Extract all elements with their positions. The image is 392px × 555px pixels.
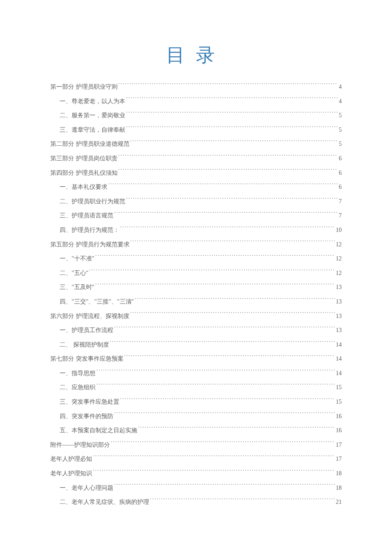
toc-entry-page: 17 [336, 438, 342, 452]
toc-entry[interactable]: 老年人护理必知17 [50, 452, 342, 466]
toc-entry-page: 5 [339, 108, 342, 123]
toc-entry-page: 14 [336, 366, 342, 381]
toc-entry-label: 第四部分 护理员礼仪须知 [50, 166, 118, 180]
toc-entry-label: 四、护理员行为规范： [60, 223, 119, 237]
toc-entry-page: 17 [336, 452, 342, 466]
toc-entry-label: 第七部分 突发事件应急预案 [50, 352, 124, 366]
toc-dots [120, 398, 335, 404]
toc-entry-label: 第三部分 护理员岗位职责 [50, 151, 118, 166]
toc-entry-label: 四、突发事件的预防 [60, 409, 113, 424]
toc-entry-label: 三、"五及时" [60, 280, 94, 295]
toc-entry[interactable]: 一、"十不准"12 [50, 251, 342, 266]
toc-entry[interactable]: 二、老年人常见症状、疾病的护理21 [50, 495, 342, 509]
toc-dots [114, 484, 335, 490]
toc-entry-page: 12 [336, 251, 342, 266]
toc-entry-label: 一、老年人心理问题 [60, 481, 113, 495]
toc-entry-label: 三、护理员语言规范 [60, 208, 113, 223]
toc-entry-page: 21 [336, 495, 342, 509]
toc-entry[interactable]: 三、突发事件应急处置15 [50, 395, 342, 409]
toc-entry[interactable]: 第六部分 护理流程、探视制度13 [50, 309, 342, 324]
toc-entry[interactable]: 第七部分 突发事件应急预案14 [50, 352, 342, 366]
toc-entry[interactable]: 第二部分 护理员职业道德规范5 [50, 137, 342, 151]
toc-entry-page: 12 [336, 266, 342, 280]
toc-entry[interactable]: 一、尊老爱老，以人为本4 [50, 94, 342, 109]
toc-dots [138, 426, 335, 432]
toc-dots [96, 369, 335, 375]
toc-entry-page: 16 [336, 409, 342, 424]
toc-entry-label: 四、"三交"、"三接"、"三清" [60, 295, 134, 309]
toc-entry-label: 五、本预案自制定之日起实施 [60, 423, 137, 438]
toc-dots [118, 83, 338, 89]
toc-entry[interactable]: 第三部分 护理员岗位职责6 [50, 151, 342, 166]
toc-entry[interactable]: 二、 探视陪护制度14 [50, 338, 342, 352]
toc-dots [126, 111, 338, 117]
toc-dots [93, 469, 335, 475]
toc-entry-page: 4 [339, 80, 342, 94]
toc-entry-page: 13 [336, 295, 342, 309]
toc-entry-label: 一、指导思想 [60, 366, 95, 381]
toc-entry-page: 12 [336, 237, 342, 252]
toc-dots [124, 355, 335, 361]
toc-entry-page: 14 [336, 352, 342, 366]
toc-entry-page: 18 [336, 481, 342, 495]
toc-list: 第一部分 护理员职业守则4一、尊老爱老，以人为本4二、服务第一，爱岗敬业5三、遵… [50, 80, 342, 509]
toc-entry[interactable]: 五、本预案自制定之日起实施16 [50, 423, 342, 438]
toc-entry-label: 一、护理员工作流程 [60, 323, 113, 338]
toc-entry-label: 二、护理员职业行为规范 [60, 194, 125, 209]
toc-entry[interactable]: 三、护理员语言规范7 [50, 208, 342, 223]
toc-entry[interactable]: 一、指导思想14 [50, 366, 342, 381]
toc-entry-label: 附件——护理知识部分 [50, 438, 110, 452]
toc-entry-label: 二、老年人常见症状、疾病的护理 [60, 495, 149, 509]
toc-dots [95, 254, 335, 260]
toc-entry-label: 二、服务第一，爱岗敬业 [60, 108, 125, 123]
toc-entry[interactable]: 二、护理员职业行为规范7 [50, 194, 342, 209]
toc-entry[interactable]: 第五部分 护理员行为规范要求12 [50, 237, 342, 252]
toc-entry-page: 4 [339, 94, 342, 109]
toc-dots [120, 226, 335, 232]
toc-dots [114, 326, 335, 332]
toc-dots [130, 240, 335, 246]
toc-entry[interactable]: 二、应急组织15 [50, 380, 342, 395]
toc-entry-label: 第五部分 护理员行为规范要求 [50, 237, 130, 252]
toc-entry[interactable]: 四、"三交"、"三接"、"三清"13 [50, 295, 342, 309]
toc-entry[interactable]: 一、护理员工作流程13 [50, 323, 342, 338]
toc-dots [118, 154, 338, 160]
toc-entry-page: 6 [339, 151, 342, 166]
toc-entry[interactable]: 四、突发事件的预防16 [50, 409, 342, 424]
toc-entry-label: 一、基本礼仪要求 [60, 180, 107, 194]
toc-entry-page: 7 [339, 208, 342, 223]
toc-entry[interactable]: 第一部分 护理员职业守则4 [50, 80, 342, 94]
toc-entry-page: 10 [336, 223, 342, 237]
toc-entry[interactable]: 二、"五心"12 [50, 266, 342, 280]
toc-entry-label: 二、 探视陪护制度 [60, 338, 109, 352]
toc-entry[interactable]: 一、基本礼仪要求6 [50, 180, 342, 194]
toc-entry-page: 7 [339, 194, 342, 209]
toc-dots [95, 283, 335, 289]
toc-entry-label: 二、"五心" [60, 266, 88, 280]
toc-entry-label: 老年人护理知识 [50, 466, 92, 481]
toc-entry[interactable]: 三、遵章守法，自律奉献5 [50, 123, 342, 137]
toc-dots [118, 169, 338, 175]
toc-dots [108, 183, 338, 189]
toc-dots [126, 197, 338, 203]
toc-entry[interactable]: 一、老年人心理问题18 [50, 481, 342, 495]
toc-entry-label: 二、应急组织 [60, 380, 95, 395]
toc-entry[interactable]: 第四部分 护理员礼仪须知6 [50, 166, 342, 180]
toc-dots [114, 412, 335, 418]
toc-entry[interactable]: 附件——护理知识部分17 [50, 438, 342, 452]
toc-entry-page: 18 [336, 466, 342, 481]
toc-entry-label: 一、"十不准" [60, 251, 94, 266]
toc-dots [135, 298, 335, 304]
toc-dots [111, 441, 335, 447]
toc-dots [89, 269, 335, 275]
toc-entry-label: 三、遵章守法，自律奉献 [60, 123, 125, 137]
toc-entry-page: 15 [336, 380, 342, 395]
toc-entry[interactable]: 四、护理员行为规范：10 [50, 223, 342, 237]
toc-dots [96, 383, 335, 389]
toc-entry-page: 14 [336, 338, 342, 352]
toc-entry[interactable]: 二、服务第一，爱岗敬业5 [50, 108, 342, 123]
toc-entry-page: 6 [339, 166, 342, 180]
toc-entry-page: 13 [336, 323, 342, 338]
toc-entry[interactable]: 三、"五及时"13 [50, 280, 342, 295]
toc-entry[interactable]: 老年人护理知识18 [50, 466, 342, 481]
